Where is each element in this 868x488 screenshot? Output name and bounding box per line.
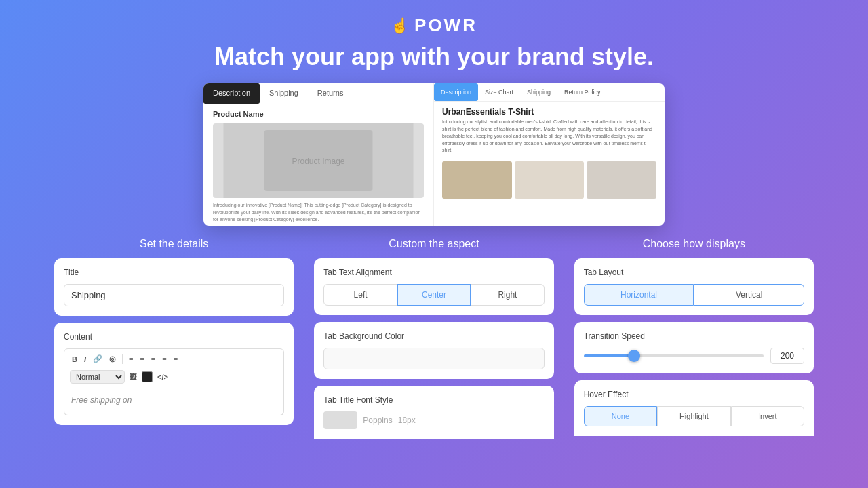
preview-tab-description[interactable]: Description xyxy=(203,83,260,104)
content-panel: Content B I 🔗 ◎ ≡ ≡ ≡ ≡ ≡ Normal Heading… xyxy=(54,323,294,425)
align-center-tab[interactable]: Center xyxy=(397,284,471,306)
alignment-label: Tab Text Alignment xyxy=(323,268,544,277)
circle-button[interactable]: ◎ xyxy=(107,353,118,365)
bold-button[interactable]: B xyxy=(70,354,79,365)
layout-vertical-btn[interactable]: Vertical xyxy=(694,284,804,306)
bottom-section: Set the details Title Content B I 🔗 ◎ ≡ … xyxy=(0,238,868,439)
hover-label: Hover Effect xyxy=(584,390,804,399)
column-details: Set the details Title Content B I 🔗 ◎ ≡ … xyxy=(54,238,294,439)
tagline: Match your app with your brand style. xyxy=(0,43,868,71)
font-style-panel: Tab Title Font Style Poppins 18px xyxy=(314,386,553,439)
logo: ☝ POWR xyxy=(0,15,868,36)
alignment-btn-group: Left Center Right xyxy=(323,284,544,306)
layout-label: Tab Layout xyxy=(584,268,804,277)
font-style-preview xyxy=(323,411,357,429)
svg-text:Product Image: Product Image xyxy=(292,157,344,166)
bg-color-label: Tab Background Color xyxy=(323,331,544,341)
speed-label: Transition Speed xyxy=(584,331,804,341)
editor-content[interactable]: Free shipping on xyxy=(64,388,284,415)
preview-tabs-left: Description Shipping Returns xyxy=(203,83,433,104)
speed-value: 200 xyxy=(770,348,804,364)
layout-panel: Tab Layout Horizontal Vertical xyxy=(574,258,814,315)
logo-icon: ☝ xyxy=(391,17,409,35)
italic-button[interactable]: I xyxy=(82,354,88,365)
preview-tab-shipping[interactable]: Shipping xyxy=(260,83,308,104)
hover-invert-btn[interactable]: Invert xyxy=(731,406,804,426)
layout-horizontal-btn[interactable]: Horizontal xyxy=(584,284,694,306)
title-panel: Title xyxy=(54,258,294,316)
column-display: Choose how displays Tab Layout Horizonta… xyxy=(574,238,814,439)
header: ☝ POWR Match your app with your brand st… xyxy=(0,0,868,83)
preview-box: Description Shipping Returns Product Nam… xyxy=(203,83,665,226)
align-left-button[interactable]: ≡ xyxy=(127,354,135,365)
preview-tab-returns[interactable]: Returns xyxy=(308,83,353,104)
preview-tab-right-desc[interactable]: Description xyxy=(434,83,478,101)
preview-left: Description Shipping Returns Product Nam… xyxy=(203,83,434,226)
preview-images-row xyxy=(434,159,665,201)
preview-product-name: Product Name xyxy=(203,104,433,123)
title-label: Title xyxy=(64,268,284,277)
bg-color-panel: Tab Background Color xyxy=(314,322,553,379)
speed-slider-row: 200 xyxy=(584,348,804,364)
preview-text: Introducing our innovative [Product Name… xyxy=(203,198,433,226)
speed-slider-thumb[interactable] xyxy=(628,350,640,362)
font-name-label: Poppins xyxy=(363,415,392,425)
preview-thumb-3 xyxy=(587,161,656,199)
list-unordered-button[interactable]: ≡ xyxy=(172,354,180,365)
hover-highlight-btn[interactable]: Highlight xyxy=(657,406,730,426)
list-ordered-button[interactable]: ≡ xyxy=(160,354,168,365)
logo-text: POWR xyxy=(414,15,477,36)
toolbar-sep-1 xyxy=(122,354,123,364)
align-center-button[interactable]: ≡ xyxy=(138,354,146,365)
layout-btn-group: Horizontal Vertical xyxy=(584,284,804,306)
col2-title: Custom the aspect xyxy=(314,238,553,250)
speed-slider-track[interactable] xyxy=(584,354,764,357)
content-label: Content xyxy=(64,332,284,342)
preview-right: Description Size Chart Shipping Return P… xyxy=(434,83,665,226)
preview-product-image: Product Image xyxy=(213,123,424,198)
align-left-tab[interactable]: Left xyxy=(323,284,397,306)
column-aspect: Custom the aspect Tab Text Alignment Lef… xyxy=(314,238,553,439)
preview-tab-right-ship[interactable]: Shipping xyxy=(520,83,557,101)
font-size-label: 18px xyxy=(398,415,416,425)
col1-title: Set the details xyxy=(54,238,294,250)
preview-product-title: UrbanEssentials T-Shirt xyxy=(434,102,665,119)
color-swatch[interactable] xyxy=(142,371,153,382)
editor-toolbar: B I 🔗 ◎ ≡ ≡ ≡ ≡ ≡ Normal Heading 1 Headi… xyxy=(64,348,284,388)
bg-color-input[interactable] xyxy=(323,348,544,369)
hover-none-btn[interactable]: None xyxy=(584,406,657,426)
align-right-button[interactable]: ≡ xyxy=(149,354,157,365)
link-button[interactable]: 🔗 xyxy=(91,353,104,365)
code-button[interactable]: </> xyxy=(155,371,170,382)
preview-tab-right-size[interactable]: Size Chart xyxy=(478,83,520,101)
image-button[interactable]: 🖼 xyxy=(127,371,139,382)
style-select[interactable]: Normal Heading 1 Heading 2 xyxy=(70,370,125,384)
alignment-panel: Tab Text Alignment Left Center Right xyxy=(314,258,553,315)
font-style-label: Tab Title Font Style xyxy=(323,395,544,405)
hover-panel: Hover Effect None Highlight Invert xyxy=(574,380,814,436)
preview-product-desc: Introducing our stylish and comfortable … xyxy=(434,119,665,159)
preview-thumb-1 xyxy=(442,161,512,199)
align-right-tab[interactable]: Right xyxy=(471,284,544,306)
preview-thumb-2 xyxy=(515,161,585,199)
title-input[interactable] xyxy=(64,284,284,306)
preview-tabs-right: Description Size Chart Shipping Return P… xyxy=(434,83,665,102)
preview-container: Description Shipping Returns Product Nam… xyxy=(0,83,868,226)
col3-title: Choose how displays xyxy=(574,238,814,250)
hover-btn-group: None Highlight Invert xyxy=(584,406,804,426)
speed-panel: Transition Speed 200 xyxy=(574,322,814,373)
preview-tab-right-return[interactable]: Return Policy xyxy=(557,83,608,101)
